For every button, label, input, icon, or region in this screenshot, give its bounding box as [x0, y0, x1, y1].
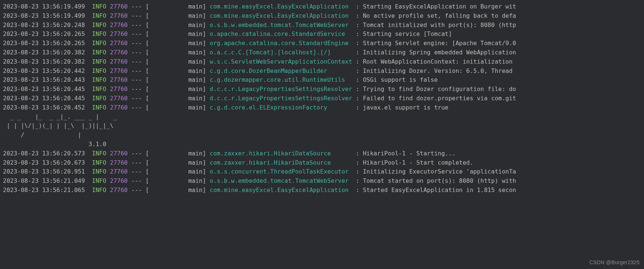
log-logger: com.mine.easyExcel.EasyExcelApplication — [210, 3, 352, 10]
log-thread: [ main] — [145, 104, 209, 111]
log-logger: c.g.d.core.el.ELExpressionFactory — [210, 104, 352, 111]
log-timestamp: 2023-08-23 13:56:20.573 — [3, 150, 85, 157]
log-colon: : — [352, 3, 363, 10]
log-line: 2023-08-23 13:56:20.248 INFO 27760 --- [… — [3, 21, 641, 30]
log-pid: 27760 — [110, 159, 128, 166]
log-pid: 27760 — [110, 49, 128, 56]
log-separator: --- — [131, 186, 142, 194]
log-separator: --- — [131, 95, 142, 102]
log-pid: 27760 — [110, 76, 128, 83]
log-separator: --- — [131, 3, 142, 10]
log-logger: com.zaxxer.hikari.HikariDataSource — [210, 150, 352, 157]
log-separator: --- — [131, 104, 142, 111]
log-message: Failed to find dozer.properties via com.… — [363, 95, 516, 102]
log-colon: : — [352, 40, 363, 47]
log-message: javax.el support is true — [363, 104, 448, 111]
log-separator: --- — [131, 40, 142, 47]
log-colon: : — [352, 58, 363, 65]
log-thread: [ main] — [145, 150, 209, 157]
log-level: INFO — [92, 186, 107, 194]
log-level: INFO — [92, 49, 107, 56]
log-pid: 27760 — [110, 12, 128, 19]
log-level: INFO — [92, 58, 107, 65]
log-level: INFO — [92, 67, 107, 74]
log-level: INFO — [92, 159, 107, 166]
log-logger: o.s.s.concurrent.ThreadPoolTaskExecutor — [210, 168, 352, 175]
log-thread: [ main] — [145, 40, 209, 47]
log-message: Trying to find Dozer configuration file:… — [363, 85, 516, 93]
log-logger: c.g.d.core.DozerBeanMapperBuilder — [210, 67, 352, 74]
log-separator: --- — [131, 21, 142, 28]
log-message: No active profile set, falling back to d… — [363, 12, 516, 19]
log-level: INFO — [92, 40, 107, 47]
log-timestamp: 2023-08-23 13:56:21.049 — [3, 177, 85, 184]
log-thread: [ main] — [145, 30, 209, 37]
log-level: INFO — [92, 95, 107, 102]
log-message: Root WebApplicationContext: initializati… — [363, 58, 516, 65]
log-level: INFO — [92, 85, 107, 93]
log-colon: : — [352, 12, 363, 19]
log-level: INFO — [92, 104, 107, 111]
log-thread: [ main] — [145, 95, 209, 102]
log-colon: : — [352, 150, 363, 157]
log-thread: [ main] — [145, 58, 209, 65]
log-pid: 27760 — [110, 186, 128, 194]
log-line: 2023-08-23 13:56:20.452 INFO 27760 --- [… — [3, 103, 641, 112]
log-pid: 27760 — [110, 85, 128, 93]
log-line: 2023-08-23 13:56:20.573 INFO 27760 --- [… — [3, 149, 641, 158]
ascii-art-line: / | — [3, 131, 641, 140]
log-pid: 27760 — [110, 3, 128, 10]
log-colon: : — [352, 30, 363, 37]
log-line: 2023-08-23 13:56:20.445 INFO 27760 --- [… — [3, 85, 641, 94]
log-timestamp: 2023-08-23 13:56:20.445 — [3, 95, 85, 102]
log-timestamp: 2023-08-23 13:56:20.442 — [3, 67, 85, 74]
log-colon: : — [352, 67, 363, 74]
log-line: 2023-08-23 13:56:20.445 INFO 27760 --- [… — [3, 94, 641, 103]
log-line: 2023-08-23 13:56:20.442 INFO 27760 --- [… — [3, 67, 641, 76]
log-separator: --- — [131, 30, 142, 37]
log-line: 2023-08-23 13:56:21.065 INFO 27760 --- [… — [3, 186, 641, 195]
log-message: Initializing Dozer. Version: 6.5.0, Thre… — [363, 67, 516, 74]
log-colon: : — [352, 21, 363, 28]
log-pid: 27760 — [110, 104, 128, 111]
log-separator: --- — [131, 12, 142, 19]
log-line: 2023-08-23 13:56:20.265 INFO 27760 --- [… — [3, 39, 641, 48]
log-timestamp: 2023-08-23 13:56:20.445 — [3, 85, 85, 93]
log-level: INFO — [92, 76, 107, 83]
log-line: 2023-08-23 13:56:20.382 INFO 27760 --- [… — [3, 57, 641, 67]
log-message: Starting EasyExcelApplication on Burger … — [363, 3, 516, 10]
log-message: Initializing ExecutorService 'applicatio… — [363, 168, 516, 175]
log-timestamp: 2023-08-23 13:56:20.248 — [3, 21, 85, 28]
log-logger: com.mine.easyExcel.EasyExcelApplication — [210, 12, 352, 19]
log-message: HikariPool-1 - Start completed. — [363, 159, 473, 166]
log-pid: 27760 — [110, 40, 128, 47]
log-timestamp: 2023-08-23 13:56:20.673 — [3, 159, 85, 166]
log-logger: com.zaxxer.hikari.HikariDataSource — [210, 159, 352, 166]
log-timestamp: 2023-08-23 13:56:20.265 — [3, 40, 85, 47]
log-line: 2023-08-23 13:56:20.673 INFO 27760 --- [… — [3, 158, 641, 168]
ascii-art-line: 3.1.0 — [3, 140, 641, 149]
log-logger: org.apache.catalina.core.StandardEngine — [210, 40, 352, 47]
log-thread: [ main] — [145, 168, 209, 175]
log-level: INFO — [92, 3, 107, 10]
log-separator: --- — [131, 168, 142, 175]
log-timestamp: 2023-08-23 13:56:20.951 — [3, 168, 85, 175]
log-pid: 27760 — [110, 30, 128, 37]
log-timestamp: 2023-08-23 13:56:19.499 — [3, 12, 85, 19]
log-logger: o.a.c.c.C.[Tomcat].[localhost].[/] — [210, 49, 352, 56]
log-timestamp: 2023-08-23 13:56:20.443 — [3, 76, 85, 83]
log-separator: --- — [131, 49, 142, 56]
log-line: 2023-08-23 13:56:21.049 INFO 27760 --- [… — [3, 176, 641, 186]
log-separator: --- — [131, 58, 142, 65]
log-level: INFO — [92, 150, 107, 157]
log-thread: [ main] — [145, 76, 209, 83]
log-logger: d.c.c.r.LegacyPropertiesSettingsResolver — [210, 85, 352, 93]
log-timestamp: 2023-08-23 13:56:20.382 — [3, 58, 85, 65]
log-message: Starting Servlet engine: [Apache Tomcat/… — [363, 40, 516, 47]
log-level: INFO — [92, 30, 107, 37]
log-colon: : — [352, 186, 363, 194]
log-separator: --- — [131, 76, 142, 83]
log-thread: [ main] — [145, 186, 209, 194]
log-thread: [ main] — [145, 3, 209, 10]
log-thread: [ main] — [145, 177, 209, 184]
